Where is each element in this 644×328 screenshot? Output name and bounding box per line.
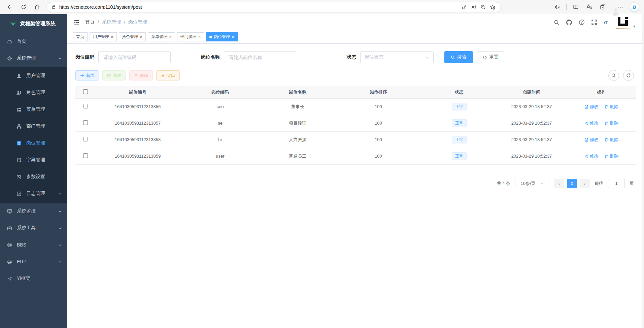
navbar-actions: tT ▼: [554, 15, 636, 29]
row-checkbox[interactable]: [83, 153, 88, 158]
close-icon[interactable]: ×: [111, 35, 113, 39]
row-delete-button[interactable]: 删除: [604, 153, 618, 159]
user-avatar-menu[interactable]: ▼: [616, 15, 636, 29]
url-text[interactable]: https://ccnetcore.com:1101/system/post: [59, 4, 460, 10]
row-delete-button[interactable]: 删除: [604, 120, 618, 126]
chevron-down-icon: [58, 226, 62, 230]
tab-role-mgmt[interactable]: 角色管理×: [119, 32, 146, 41]
tab-label: 菜单管理: [151, 34, 167, 40]
edit-icon: [16, 174, 22, 179]
add-favorite-icon[interactable]: [488, 2, 497, 12]
pagination: 共 4 条 10条/页 ‹ 1 › 前往 页: [75, 179, 634, 188]
row-checkbox[interactable]: [83, 137, 88, 141]
bing-chat-icon[interactable]: b: [630, 2, 639, 12]
breadcrumb-home[interactable]: 首页: [85, 19, 95, 25]
tab-menu-mgmt[interactable]: 菜单管理×: [148, 32, 175, 41]
close-icon[interactable]: ×: [140, 35, 143, 39]
add-button[interactable]: 新增: [75, 70, 99, 80]
sidebar-item-system-mgmt[interactable]: 系统管理: [0, 50, 67, 67]
export-button[interactable]: 导出: [156, 70, 180, 80]
close-icon[interactable]: ×: [232, 35, 234, 39]
edit-button[interactable]: 修改: [102, 70, 126, 80]
font-size-icon[interactable]: tT: [604, 20, 607, 25]
sidebar-item-dict-mgmt[interactable]: 字典管理: [0, 152, 67, 168]
status-badge[interactable]: 正常: [452, 119, 467, 127]
row-delete-button[interactable]: 删除: [604, 137, 618, 143]
cell-created: 2023-03-29 18:52:37: [496, 115, 567, 131]
page-size-select[interactable]: 10条/页: [515, 179, 549, 188]
cell-created: 2023-03-29 18:52:37: [496, 98, 567, 115]
sidebar-item-monitor[interactable]: 系统监控: [0, 203, 67, 220]
sidebar-item-post-mgmt[interactable]: 岗位管理: [0, 135, 67, 152]
favorites-icon[interactable]: [585, 3, 594, 11]
sidebar-item-tools[interactable]: 系统工具: [0, 220, 67, 236]
breadcrumb-separator: /: [98, 20, 99, 25]
table-row[interactable]: 1641030593112313857 se 项目经理 100 正常 2023-…: [75, 115, 636, 131]
sidebar-item-home[interactable]: 首页: [0, 33, 67, 50]
row-edit-button[interactable]: 修改: [584, 153, 599, 159]
tab-home[interactable]: 首页: [73, 32, 88, 41]
close-icon[interactable]: ×: [169, 35, 172, 39]
next-page-button[interactable]: ›: [580, 179, 590, 188]
read-aloud-icon[interactable]: [469, 2, 478, 12]
tab-user-mgmt[interactable]: 用户管理×: [90, 32, 117, 41]
trash-icon: [134, 73, 138, 77]
password-key-icon[interactable]: [460, 2, 469, 12]
refresh-table-button[interactable]: [623, 70, 634, 81]
address-bar[interactable]: https://ccnetcore.com:1101/system/post: [46, 2, 501, 12]
header-search-icon[interactable]: [554, 20, 560, 25]
row-checkbox[interactable]: [83, 104, 88, 108]
row-edit-button[interactable]: 修改: [584, 120, 599, 126]
tab-post-mgmt[interactable]: 岗位管理×: [206, 32, 238, 41]
split-screen-icon[interactable]: [571, 3, 580, 11]
row-edit-button[interactable]: 修改: [584, 137, 599, 143]
refresh-icon[interactable]: [18, 2, 29, 12]
app-logo[interactable]: 意框架管理系统: [0, 14, 67, 33]
post-code-input[interactable]: [98, 51, 171, 63]
close-icon[interactable]: ×: [198, 35, 201, 39]
zoom-out-icon[interactable]: [478, 2, 488, 12]
post-name-input[interactable]: [224, 51, 296, 63]
sidebar-item-role-mgmt[interactable]: 角色管理: [0, 84, 67, 101]
sidebar-item-yi-framework[interactable]: Yi框架: [0, 270, 67, 287]
status-badge[interactable]: 正常: [452, 103, 467, 110]
row-edit-button[interactable]: 修改: [584, 104, 599, 110]
collections-icon[interactable]: [598, 3, 607, 11]
show-search-toggle-button[interactable]: [608, 70, 619, 81]
status-select[interactable]: 岗位状态: [360, 51, 434, 63]
cell-post-code: se: [180, 115, 261, 131]
status-badge[interactable]: 正常: [452, 136, 467, 143]
row-checkbox[interactable]: [83, 120, 88, 125]
sidebar-item-log-mgmt[interactable]: 日志管理: [0, 185, 67, 202]
sidebar-item-bbs[interactable]: BBS: [0, 236, 67, 253]
goto-page-input[interactable]: [608, 179, 625, 188]
row-delete-button[interactable]: 删除: [604, 104, 618, 110]
sidebar-item-erp[interactable]: ERP: [0, 253, 67, 270]
back-icon[interactable]: [5, 2, 15, 12]
fullscreen-icon[interactable]: [591, 19, 597, 25]
delete-button[interactable]: 删除: [129, 70, 153, 80]
select-all-checkbox[interactable]: [83, 89, 88, 94]
edit-icon: [107, 73, 111, 77]
github-icon[interactable]: [566, 19, 572, 26]
table-row[interactable]: 1641030593112313858 hr 人力资源 100 正常 2023-…: [75, 131, 636, 148]
user-icon: [16, 73, 22, 78]
search-button[interactable]: 搜索: [444, 51, 473, 63]
home-icon[interactable]: [32, 2, 42, 12]
table-row[interactable]: 1641030593112313856 ceo 董事长 100 正常 2023-…: [75, 98, 636, 115]
extensions-icon[interactable]: [553, 3, 562, 11]
reset-button[interactable]: 重置: [477, 51, 504, 63]
sidebar-item-param-settings[interactable]: 参数设置: [0, 168, 67, 185]
settings-more-icon[interactable]: ⋯: [616, 3, 625, 11]
sidebar-item-menu-mgmt[interactable]: 菜单管理: [0, 101, 67, 118]
table-row[interactable]: 1641030593112313859 user 普通员工 100 正常 202…: [75, 148, 636, 164]
help-icon[interactable]: [579, 19, 585, 25]
status-badge[interactable]: 正常: [452, 152, 467, 160]
browser-chrome: https://ccnetcore.com:1101/system/post ⋯: [0, 0, 644, 14]
sidebar-item-dept-mgmt[interactable]: 部门管理: [0, 118, 67, 135]
tab-dept-mgmt[interactable]: 部门管理×: [177, 32, 204, 41]
page-1-button[interactable]: 1: [567, 179, 577, 188]
hamburger-icon[interactable]: [73, 19, 80, 26]
sidebar-item-user-mgmt[interactable]: 用户管理: [0, 67, 67, 84]
prev-page-button[interactable]: ‹: [554, 179, 564, 188]
